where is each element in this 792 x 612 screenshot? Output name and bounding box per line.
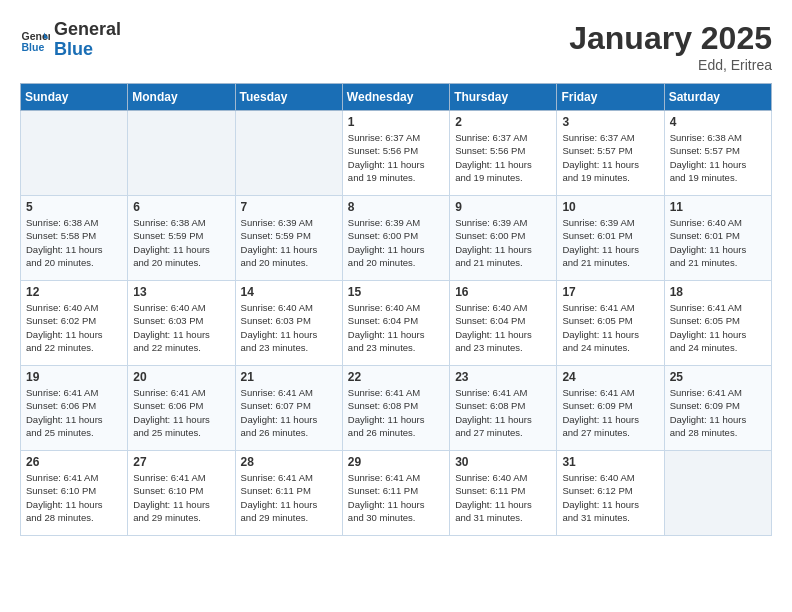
day-number: 28 <box>241 455 337 469</box>
day-number: 9 <box>455 200 551 214</box>
day-info: Sunrise: 6:41 AMSunset: 6:06 PMDaylight:… <box>133 386 229 439</box>
calendar-cell: 28Sunrise: 6:41 AMSunset: 6:11 PMDayligh… <box>235 451 342 536</box>
day-number: 23 <box>455 370 551 384</box>
day-number: 11 <box>670 200 766 214</box>
calendar-cell: 30Sunrise: 6:40 AMSunset: 6:11 PMDayligh… <box>450 451 557 536</box>
day-number: 2 <box>455 115 551 129</box>
calendar-cell <box>21 111 128 196</box>
day-number: 21 <box>241 370 337 384</box>
calendar-cell: 29Sunrise: 6:41 AMSunset: 6:11 PMDayligh… <box>342 451 449 536</box>
header-wednesday: Wednesday <box>342 84 449 111</box>
calendar-cell: 14Sunrise: 6:40 AMSunset: 6:03 PMDayligh… <box>235 281 342 366</box>
day-info: Sunrise: 6:41 AMSunset: 6:11 PMDaylight:… <box>241 471 337 524</box>
calendar-cell: 16Sunrise: 6:40 AMSunset: 6:04 PMDayligh… <box>450 281 557 366</box>
day-number: 25 <box>670 370 766 384</box>
day-number: 15 <box>348 285 444 299</box>
day-info: Sunrise: 6:37 AMSunset: 5:56 PMDaylight:… <box>455 131 551 184</box>
title-block: January 2025 Edd, Eritrea <box>569 20 772 73</box>
calendar-cell <box>664 451 771 536</box>
day-number: 17 <box>562 285 658 299</box>
day-number: 4 <box>670 115 766 129</box>
calendar-cell: 20Sunrise: 6:41 AMSunset: 6:06 PMDayligh… <box>128 366 235 451</box>
day-number: 1 <box>348 115 444 129</box>
day-number: 10 <box>562 200 658 214</box>
header-tuesday: Tuesday <box>235 84 342 111</box>
day-info: Sunrise: 6:40 AMSunset: 6:03 PMDaylight:… <box>241 301 337 354</box>
month-title: January 2025 <box>569 20 772 57</box>
day-info: Sunrise: 6:41 AMSunset: 6:05 PMDaylight:… <box>670 301 766 354</box>
day-info: Sunrise: 6:41 AMSunset: 6:11 PMDaylight:… <box>348 471 444 524</box>
day-info: Sunrise: 6:37 AMSunset: 5:56 PMDaylight:… <box>348 131 444 184</box>
day-info: Sunrise: 6:40 AMSunset: 6:04 PMDaylight:… <box>348 301 444 354</box>
calendar-cell: 31Sunrise: 6:40 AMSunset: 6:12 PMDayligh… <box>557 451 664 536</box>
calendar-cell <box>235 111 342 196</box>
calendar-cell: 18Sunrise: 6:41 AMSunset: 6:05 PMDayligh… <box>664 281 771 366</box>
day-info: Sunrise: 6:41 AMSunset: 6:10 PMDaylight:… <box>26 471 122 524</box>
week-row-3: 19Sunrise: 6:41 AMSunset: 6:06 PMDayligh… <box>21 366 772 451</box>
day-number: 22 <box>348 370 444 384</box>
calendar-header-row: SundayMondayTuesdayWednesdayThursdayFrid… <box>21 84 772 111</box>
calendar-cell: 19Sunrise: 6:41 AMSunset: 6:06 PMDayligh… <box>21 366 128 451</box>
day-number: 29 <box>348 455 444 469</box>
calendar-table: SundayMondayTuesdayWednesdayThursdayFrid… <box>20 83 772 536</box>
day-number: 26 <box>26 455 122 469</box>
header-monday: Monday <box>128 84 235 111</box>
day-number: 8 <box>348 200 444 214</box>
day-info: Sunrise: 6:39 AMSunset: 6:00 PMDaylight:… <box>455 216 551 269</box>
calendar-cell: 9Sunrise: 6:39 AMSunset: 6:00 PMDaylight… <box>450 196 557 281</box>
calendar-cell: 21Sunrise: 6:41 AMSunset: 6:07 PMDayligh… <box>235 366 342 451</box>
day-info: Sunrise: 6:40 AMSunset: 6:04 PMDaylight:… <box>455 301 551 354</box>
day-info: Sunrise: 6:40 AMSunset: 6:02 PMDaylight:… <box>26 301 122 354</box>
calendar-cell: 8Sunrise: 6:39 AMSunset: 6:00 PMDaylight… <box>342 196 449 281</box>
day-info: Sunrise: 6:40 AMSunset: 6:12 PMDaylight:… <box>562 471 658 524</box>
day-number: 16 <box>455 285 551 299</box>
location-subtitle: Edd, Eritrea <box>569 57 772 73</box>
calendar-cell: 12Sunrise: 6:40 AMSunset: 6:02 PMDayligh… <box>21 281 128 366</box>
calendar-cell: 10Sunrise: 6:39 AMSunset: 6:01 PMDayligh… <box>557 196 664 281</box>
day-info: Sunrise: 6:39 AMSunset: 6:00 PMDaylight:… <box>348 216 444 269</box>
day-info: Sunrise: 6:41 AMSunset: 6:07 PMDaylight:… <box>241 386 337 439</box>
day-info: Sunrise: 6:41 AMSunset: 6:08 PMDaylight:… <box>348 386 444 439</box>
day-info: Sunrise: 6:39 AMSunset: 5:59 PMDaylight:… <box>241 216 337 269</box>
calendar-cell: 11Sunrise: 6:40 AMSunset: 6:01 PMDayligh… <box>664 196 771 281</box>
day-info: Sunrise: 6:41 AMSunset: 6:09 PMDaylight:… <box>670 386 766 439</box>
day-info: Sunrise: 6:40 AMSunset: 6:01 PMDaylight:… <box>670 216 766 269</box>
day-number: 6 <box>133 200 229 214</box>
calendar-cell: 13Sunrise: 6:40 AMSunset: 6:03 PMDayligh… <box>128 281 235 366</box>
week-row-2: 12Sunrise: 6:40 AMSunset: 6:02 PMDayligh… <box>21 281 772 366</box>
day-number: 19 <box>26 370 122 384</box>
day-info: Sunrise: 6:41 AMSunset: 6:09 PMDaylight:… <box>562 386 658 439</box>
calendar-cell: 15Sunrise: 6:40 AMSunset: 6:04 PMDayligh… <box>342 281 449 366</box>
calendar-cell: 23Sunrise: 6:41 AMSunset: 6:08 PMDayligh… <box>450 366 557 451</box>
day-info: Sunrise: 6:40 AMSunset: 6:03 PMDaylight:… <box>133 301 229 354</box>
week-row-1: 5Sunrise: 6:38 AMSunset: 5:58 PMDaylight… <box>21 196 772 281</box>
calendar-cell: 22Sunrise: 6:41 AMSunset: 6:08 PMDayligh… <box>342 366 449 451</box>
calendar-cell: 5Sunrise: 6:38 AMSunset: 5:58 PMDaylight… <box>21 196 128 281</box>
day-number: 5 <box>26 200 122 214</box>
header-sunday: Sunday <box>21 84 128 111</box>
day-info: Sunrise: 6:38 AMSunset: 5:57 PMDaylight:… <box>670 131 766 184</box>
calendar-cell: 1Sunrise: 6:37 AMSunset: 5:56 PMDaylight… <box>342 111 449 196</box>
day-info: Sunrise: 6:41 AMSunset: 6:08 PMDaylight:… <box>455 386 551 439</box>
day-info: Sunrise: 6:39 AMSunset: 6:01 PMDaylight:… <box>562 216 658 269</box>
day-number: 14 <box>241 285 337 299</box>
logo-icon: General Blue <box>20 25 50 55</box>
day-info: Sunrise: 6:40 AMSunset: 6:11 PMDaylight:… <box>455 471 551 524</box>
day-number: 30 <box>455 455 551 469</box>
header-friday: Friday <box>557 84 664 111</box>
calendar-cell: 4Sunrise: 6:38 AMSunset: 5:57 PMDaylight… <box>664 111 771 196</box>
day-number: 24 <box>562 370 658 384</box>
day-number: 27 <box>133 455 229 469</box>
day-number: 20 <box>133 370 229 384</box>
day-info: Sunrise: 6:41 AMSunset: 6:06 PMDaylight:… <box>26 386 122 439</box>
calendar-cell: 26Sunrise: 6:41 AMSunset: 6:10 PMDayligh… <box>21 451 128 536</box>
calendar-cell: 2Sunrise: 6:37 AMSunset: 5:56 PMDaylight… <box>450 111 557 196</box>
week-row-4: 26Sunrise: 6:41 AMSunset: 6:10 PMDayligh… <box>21 451 772 536</box>
calendar-cell: 6Sunrise: 6:38 AMSunset: 5:59 PMDaylight… <box>128 196 235 281</box>
calendar-cell <box>128 111 235 196</box>
day-number: 3 <box>562 115 658 129</box>
calendar-cell: 24Sunrise: 6:41 AMSunset: 6:09 PMDayligh… <box>557 366 664 451</box>
header-saturday: Saturday <box>664 84 771 111</box>
calendar-cell: 27Sunrise: 6:41 AMSunset: 6:10 PMDayligh… <box>128 451 235 536</box>
day-info: Sunrise: 6:37 AMSunset: 5:57 PMDaylight:… <box>562 131 658 184</box>
